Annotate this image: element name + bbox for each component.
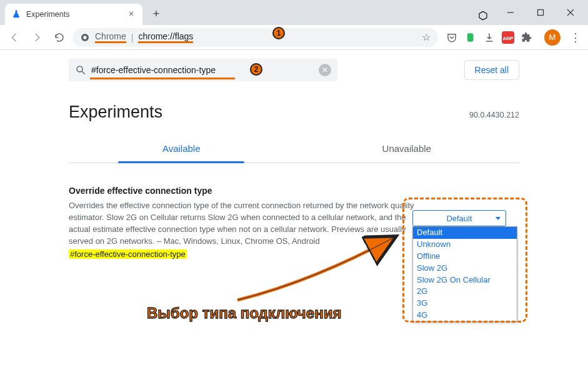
annotation-label: Выбор типа подключения — [147, 304, 341, 322]
download-icon[interactable] — [483, 31, 496, 44]
address-bar[interactable]: Chrome | chrome://flags 1 ☆ — [72, 28, 438, 47]
svg-text:ABP: ABP — [503, 36, 514, 41]
avatar-initial: M — [549, 33, 556, 42]
flask-icon — [11, 9, 21, 19]
hexagon-icon — [478, 11, 488, 21]
close-window-button[interactable] — [557, 3, 584, 22]
flags-search-box[interactable]: ✕ 2 — [69, 59, 337, 81]
svg-rect-2 — [538, 10, 544, 16]
profile-avatar[interactable]: M — [544, 29, 561, 46]
bookmark-star-icon[interactable]: ☆ — [422, 31, 431, 43]
page-header: Experiments 90.0.4430.212 — [0, 81, 588, 122]
browser-tab-experiments[interactable]: Experiments × — [5, 4, 142, 25]
pocket-icon[interactable] — [446, 31, 458, 44]
svg-point-9 — [77, 66, 82, 72]
url-path: chrome://flags — [138, 31, 193, 43]
new-tab-button[interactable]: + — [147, 6, 165, 23]
annotation-badge-1: 1 — [272, 27, 285, 39]
annotation-select-frame — [402, 198, 527, 323]
tab-unavailable[interactable]: Unavailable — [294, 134, 520, 163]
adblock-plus-icon[interactable]: ABP — [502, 31, 514, 44]
page-title: Experiments — [69, 103, 162, 122]
search-icon — [75, 64, 86, 76]
minimize-button[interactable] — [497, 3, 524, 22]
url-divider: | — [131, 33, 134, 43]
flag-anchor[interactable]: #force-effective-connection-type — [69, 249, 187, 259]
flags-tabs: Available Unavailable — [69, 134, 519, 163]
maximize-button[interactable] — [527, 3, 554, 22]
url-host: Chrome — [95, 31, 126, 43]
extensions-puzzle-icon[interactable] — [521, 31, 533, 44]
search-input[interactable] — [91, 65, 314, 75]
window-controls — [497, 0, 588, 25]
chrome-version: 90.0.4430.212 — [469, 111, 519, 119]
flag-title: Override effective connection type — [69, 186, 519, 196]
browser-tabs: Experiments × + — [0, 0, 469, 25]
reload-button[interactable] — [50, 28, 69, 47]
annotation-badge-2: 2 — [250, 63, 262, 76]
reset-all-button[interactable]: Reset all — [464, 60, 519, 80]
extension-icons: ABP — [442, 31, 537, 44]
chrome-menu-button[interactable]: ⋮ — [568, 28, 583, 47]
flags-topbar: ✕ 2 Reset all — [0, 59, 588, 81]
annotation-underline-2 — [90, 78, 235, 79]
clear-search-icon[interactable]: ✕ — [319, 64, 331, 76]
svg-point-6 — [83, 36, 86, 39]
flag-description: Overrides the effective connection type … — [69, 200, 419, 247]
browser-toolbar: Chrome | chrome://flags 1 ☆ ABP M ⋮ — [0, 25, 588, 50]
svg-marker-0 — [479, 11, 487, 19]
tab-available[interactable]: Available — [69, 134, 294, 163]
forward-button[interactable] — [27, 28, 46, 47]
back-button[interactable] — [5, 28, 24, 47]
app-menu-indicator — [469, 6, 497, 25]
tab-title: Experiments — [26, 10, 121, 19]
window-titlebar: Experiments × + — [0, 0, 588, 25]
site-info-icon[interactable] — [80, 33, 90, 43]
svg-line-10 — [82, 71, 85, 74]
close-icon[interactable]: × — [126, 9, 136, 19]
evernote-icon[interactable] — [464, 31, 477, 44]
